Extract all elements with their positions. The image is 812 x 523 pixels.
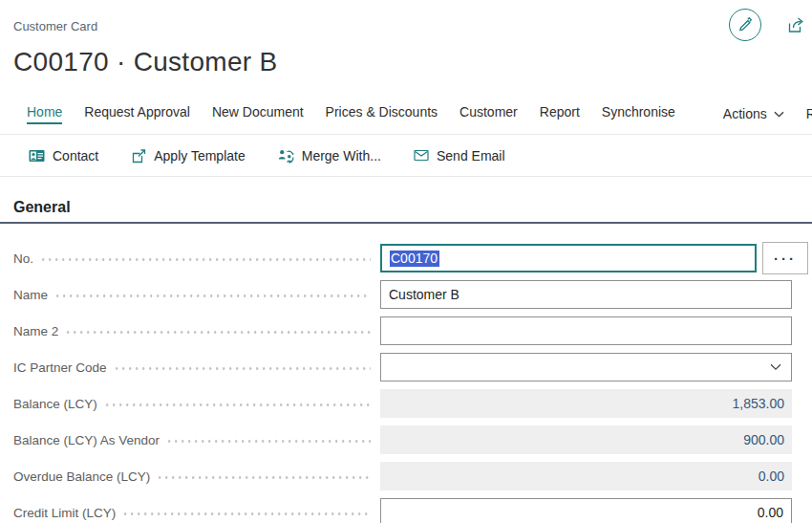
balance-lcy-field-label: Balance (LCY) [13,397,97,411]
merge-people-icon [278,148,294,163]
name2-field-label: Name 2 [13,324,58,338]
balance-lcy-as-vendor-field-label: Balance (LCY) As Vendor [13,433,160,447]
contact-button-label: Contact [53,148,98,163]
dotted-leader [42,258,371,261]
no-assist-edit-button[interactable]: ··· [762,242,808,274]
tab-home[interactable]: Home [27,104,62,124]
header-icons [729,9,806,41]
credit-limit-lcy-field-label: Credit Limit (LCY) [13,506,116,520]
ribbon-tab-bar: Home Request Approval New Document Price… [0,103,812,135]
field-row-balance-lcy-as-vendor: Balance (LCY) As Vendor 900.00 [13,425,812,454]
share-icon[interactable] [786,15,806,34]
dotted-leader [124,512,371,515]
edit-button[interactable] [729,9,761,41]
no-field-label: No. [13,251,33,266]
tab-request-approval[interactable]: Request Approval [84,104,190,124]
field-row-name2: Name 2 [13,316,812,345]
field-row-ic-partner-code: IC Partner Code [13,353,812,381]
balance-lcy-as-vendor-value[interactable]: 900.00 [380,425,792,454]
no-field-input[interactable]: C00170 [380,244,757,272]
actions-menu[interactable]: Actions [723,106,784,121]
pencil-icon [737,17,753,33]
merge-with-button-label: Merge With... [302,148,381,163]
action-toolbar: Contact Apply Template [0,135,812,177]
tab-report[interactable]: Report [540,104,580,124]
apply-template-button-label: Apply Template [154,148,245,163]
contact-card-icon [29,149,45,163]
tab-new-document[interactable]: New Document [212,104,304,124]
field-row-credit-limit-lcy: Credit Limit (LCY) 0.00 [13,498,812,523]
apply-template-button[interactable]: Apply Template [131,148,245,163]
send-email-button-label: Send Email [437,148,505,163]
dotted-leader [168,440,371,443]
field-row-balance-lcy: Balance (LCY) 1,853.00 [13,389,812,418]
dotted-leader [116,367,371,370]
overdue-balance-lcy-field-label: Overdue Balance (LCY) [13,469,150,484]
credit-limit-lcy-input[interactable]: 0.00 [380,498,792,523]
ic-partner-code-dropdown[interactable] [380,353,792,381]
tab-customer[interactable]: Customer [459,104,518,124]
page-title: C00170 · Customer B [13,46,812,78]
dotted-leader [56,294,371,297]
send-email-icon [414,149,429,162]
name-field-input[interactable]: Customer B [380,280,792,309]
section-divider [0,222,812,224]
dotted-leader [159,476,371,479]
section-header-general[interactable]: General [13,198,812,217]
related-menu-label: Related [806,106,812,121]
breadcrumb[interactable]: Customer Card [13,19,97,33]
ic-partner-code-field-label: IC Partner Code [13,360,107,375]
tab-synchronise[interactable]: Synchronise [602,104,675,124]
field-row-no: No. C00170 ··· [13,244,812,272]
send-email-button[interactable]: Send Email [414,148,505,163]
related-menu[interactable]: Related [806,106,812,121]
dotted-leader [106,403,371,406]
chevron-down-icon [774,111,784,118]
contact-button[interactable]: Contact [29,148,98,163]
apply-template-icon [131,148,146,163]
selected-text: C00170 [390,251,439,267]
merge-with-button[interactable]: Merge With... [278,148,381,163]
actions-menu-label: Actions [723,106,767,121]
overdue-balance-lcy-value[interactable]: 0.00 [380,462,792,490]
field-row-name: Name Customer B [13,280,812,309]
chevron-down-icon [770,363,781,371]
name-field-label: Name [13,288,48,302]
dotted-leader [67,331,371,334]
customer-card-page: Customer Card C00170 · Customer B Home R… [0,0,812,523]
top-bar: Customer Card [0,0,812,34]
tab-prices-discounts[interactable]: Prices & Discounts [326,104,438,124]
field-row-overdue-balance-lcy: Overdue Balance (LCY) 0.00 [13,462,812,490]
name2-field-input[interactable] [380,316,792,345]
balance-lcy-value[interactable]: 1,853.00 [380,389,792,418]
general-fields: No. C00170 ··· Name Customer B Name 2 [0,244,812,523]
